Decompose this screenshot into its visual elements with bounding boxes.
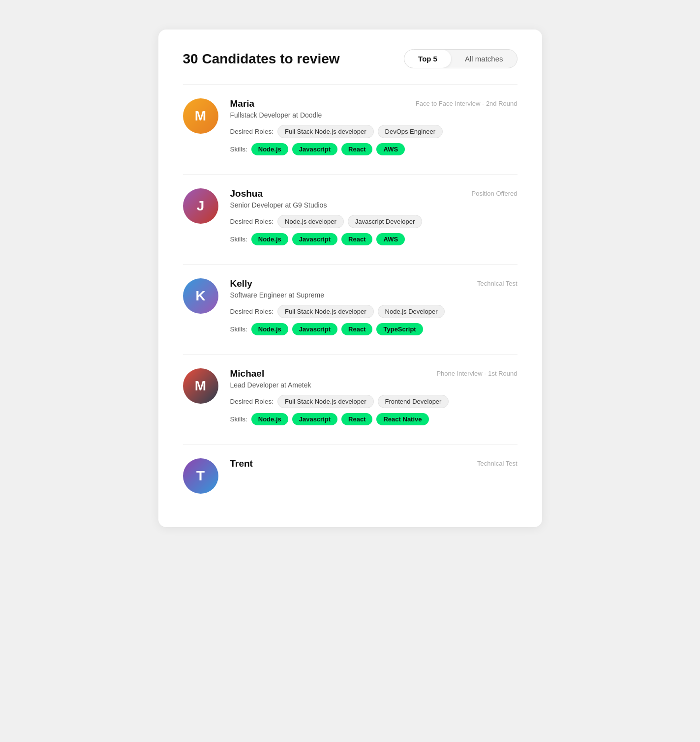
candidate-info-joshua: JoshuaPosition OfferedSenior Developer a… [230, 188, 517, 250]
skills-label: Skills: [230, 416, 247, 423]
avatar-kelly: K [183, 278, 218, 314]
skills-row: Skills:Node.jsJavascriptReactTypeScript [230, 323, 517, 335]
view-toggle: Top 5 All matches [404, 49, 517, 68]
skill-tag: React [341, 233, 372, 245]
skill-tag: Javascript [292, 323, 337, 335]
candidate-row[interactable]: TTrentTechnical Test [183, 445, 517, 507]
candidate-role: Software Engineer at Supreme [230, 291, 517, 299]
skills-row: Skills:Node.jsJavascriptReactReact Nativ… [230, 413, 517, 425]
skills-label: Skills: [230, 326, 247, 333]
candidate-top-row: MariaFace to Face Interview - 2nd Round [230, 98, 517, 109]
skill-tag: React Native [376, 413, 428, 425]
avatar-trent: T [183, 458, 218, 494]
desired-roles-row: Desired Roles:Full Stack Node.js develop… [230, 125, 517, 138]
candidate-row[interactable]: KKellyTechnical TestSoftware Engineer at… [183, 265, 517, 355]
skill-tag: Node.js [251, 143, 288, 155]
candidates-card: 30 Candidates to review Top 5 All matche… [158, 30, 542, 527]
candidate-info-michael: MichaelPhone Interview - 1st RoundLead D… [230, 368, 517, 430]
desired-role-tag: DevOps Engineer [378, 125, 443, 138]
skills-row: Skills:Node.jsJavascriptReactAWS [230, 143, 517, 155]
candidate-info-kelly: KellyTechnical TestSoftware Engineer at … [230, 278, 517, 340]
desired-role-tag: Node.js developer [277, 215, 344, 228]
avatar-joshua: J [183, 188, 218, 224]
avatar-michael: M [183, 368, 218, 404]
skill-tag: Node.js [251, 323, 288, 335]
candidate-status: Face to Face Interview - 2nd Round [416, 98, 517, 107]
skills-label: Skills: [230, 146, 247, 153]
desired-role-tag: Full Stack Node.js developer [277, 125, 373, 138]
desired-role-tag: Javascript Developer [348, 215, 422, 228]
candidate-top-row: JoshuaPosition Offered [230, 188, 517, 199]
skill-tag: AWS [376, 233, 405, 245]
candidates-list: MMariaFace to Face Interview - 2nd Round… [183, 85, 517, 507]
desired-roles-label: Desired Roles: [230, 308, 274, 315]
skill-tag: React [341, 413, 372, 425]
candidate-name: Kelly [230, 278, 252, 289]
desired-role-tag: Node.js Developer [378, 305, 445, 318]
page-title: 30 Candidates to review [183, 51, 340, 67]
candidate-role: Senior Developer at G9 Studios [230, 201, 517, 209]
toggle-top-button[interactable]: Top 5 [404, 50, 451, 68]
skill-tag: React [341, 143, 372, 155]
candidate-row[interactable]: MMichaelPhone Interview - 1st RoundLead … [183, 355, 517, 445]
candidate-top-row: MichaelPhone Interview - 1st Round [230, 368, 517, 379]
candidate-row[interactable]: MMariaFace to Face Interview - 2nd Round… [183, 85, 517, 175]
candidate-name: Michael [230, 368, 265, 379]
candidate-info-maria: MariaFace to Face Interview - 2nd RoundF… [230, 98, 517, 160]
candidate-name: Maria [230, 98, 255, 109]
skill-tag: TypeScript [376, 323, 423, 335]
candidate-top-row: KellyTechnical Test [230, 278, 517, 289]
skill-tag: AWS [376, 143, 405, 155]
candidate-row[interactable]: JJoshuaPosition OfferedSenior Developer … [183, 175, 517, 265]
candidate-top-row: TrentTechnical Test [230, 458, 517, 469]
skills-row: Skills:Node.jsJavascriptReactAWS [230, 233, 517, 245]
toggle-all-button[interactable]: All matches [451, 50, 517, 68]
candidate-status: Phone Interview - 1st Round [436, 368, 517, 377]
candidate-role: Lead Developer at Ametek [230, 381, 517, 389]
desired-role-tag: Full Stack Node.js developer [277, 305, 373, 318]
skill-tag: Javascript [292, 413, 337, 425]
desired-role-tag: Full Stack Node.js developer [277, 395, 373, 408]
desired-roles-label: Desired Roles: [230, 398, 274, 405]
skill-tag: Javascript [292, 233, 337, 245]
desired-roles-row: Desired Roles:Node.js developerJavascrip… [230, 215, 517, 228]
skill-tag: Javascript [292, 143, 337, 155]
candidate-info-trent: TrentTechnical Test [230, 458, 517, 471]
candidate-status: Technical Test [477, 278, 517, 287]
avatar-maria: M [183, 98, 218, 134]
desired-role-tag: Frontend Developer [378, 395, 449, 408]
page-header: 30 Candidates to review Top 5 All matche… [183, 49, 517, 68]
desired-roles-row: Desired Roles:Full Stack Node.js develop… [230, 395, 517, 408]
skill-tag: Node.js [251, 413, 288, 425]
candidate-role: Fullstack Developer at Doodle [230, 111, 517, 119]
skill-tag: React [341, 323, 372, 335]
candidate-name: Joshua [230, 188, 263, 199]
candidate-status: Technical Test [477, 458, 517, 467]
candidate-name: Trent [230, 458, 253, 469]
desired-roles-label: Desired Roles: [230, 128, 274, 135]
desired-roles-label: Desired Roles: [230, 218, 274, 225]
desired-roles-row: Desired Roles:Full Stack Node.js develop… [230, 305, 517, 318]
skills-label: Skills: [230, 236, 247, 243]
skill-tag: Node.js [251, 233, 288, 245]
candidate-status: Position Offered [472, 188, 517, 197]
